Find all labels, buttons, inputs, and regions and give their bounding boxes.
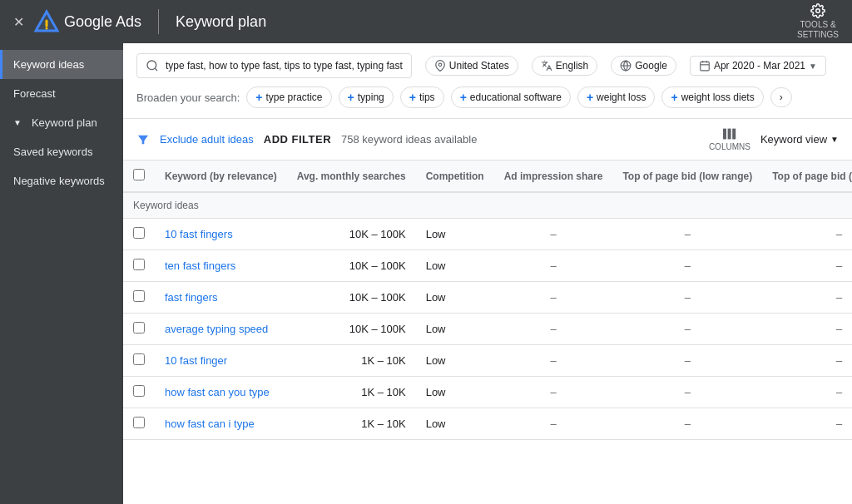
broaden-pill-1-label: typing (358, 91, 384, 103)
svg-rect-15 (723, 129, 726, 140)
broaden-pill-4[interactable]: + weight loss (577, 86, 656, 108)
keyword-link-6[interactable]: how fast can i type (165, 418, 255, 430)
row-checkbox-6[interactable] (133, 417, 145, 428)
sidebar-item-saved-keywords[interactable]: Saved keywords (0, 137, 123, 166)
date-dropdown-icon: ▼ (809, 62, 817, 71)
columns-button[interactable]: COLUMNS (709, 127, 750, 151)
bid-high-cell: – (762, 250, 852, 282)
searches-cell: 10K – 100K (287, 314, 416, 345)
keyword-link-2[interactable]: fast fingers (165, 291, 218, 304)
broaden-more-button[interactable]: › (770, 87, 792, 107)
bid-low-cell: – (612, 345, 762, 377)
select-all-header[interactable] (123, 161, 155, 192)
network-icon (620, 60, 632, 72)
add-filter-button[interactable]: ADD FILTER (264, 133, 331, 146)
sidebar-item-forecast[interactable]: Forecast (0, 79, 123, 108)
bid-high-cell: – (762, 345, 852, 377)
row-checkbox-cell[interactable] (123, 408, 155, 440)
searches-cell: 10K – 100K (287, 282, 416, 314)
ad-share-cell: – (494, 282, 613, 314)
funnel-icon (136, 133, 150, 146)
row-checkbox-cell[interactable] (123, 250, 155, 282)
keyword-view-button[interactable]: Keyword view ▼ (760, 133, 839, 146)
searches-cell: 1K – 10K (287, 408, 416, 440)
sidebar-item-saved-keywords-label: Saved keywords (13, 146, 92, 158)
broaden-pill-2[interactable]: + tips (400, 86, 444, 108)
competition-cell: Low (416, 345, 494, 377)
row-checkbox-cell[interactable] (123, 314, 155, 345)
search-icon (146, 59, 159, 72)
keyword-ideas-section-header: Keyword ideas (123, 192, 852, 219)
language-icon (541, 60, 552, 72)
sidebar-item-keyword-ideas-label: Keyword ideas (13, 58, 84, 71)
keyword-link-3[interactable]: average typing speed (165, 323, 268, 335)
competition-cell: Low (416, 219, 494, 250)
select-all-checkbox[interactable] (133, 169, 145, 180)
keyword-cell: 10 fast fingers (155, 219, 287, 250)
exclude-adult-link[interactable]: Exclude adult ideas (160, 133, 254, 146)
row-checkbox-4[interactable] (133, 353, 145, 365)
row-checkbox-3[interactable] (133, 322, 145, 334)
search-box[interactable]: type fast, how to type fast, tips to typ… (136, 53, 412, 78)
bid-high-cell: – (762, 282, 852, 314)
keyword-cell: how fast can you type (155, 377, 287, 408)
sidebar-item-keyword-plan-label: Keyword plan (32, 116, 97, 129)
broaden-pill-1[interactable]: + typing (339, 86, 394, 108)
search-area: type fast, how to type fast, tips to typ… (123, 43, 852, 119)
tools-settings-button[interactable]: TOOLS &SETTINGS (797, 3, 839, 40)
date-range-picker[interactable]: Apr 2020 - Mar 2021 ▼ (690, 56, 826, 76)
broaden-pill-5[interactable]: + weight loss diets (661, 86, 763, 108)
ad-share-cell: – (494, 377, 613, 408)
row-checkbox-2[interactable] (133, 290, 145, 302)
keyword-link-0[interactable]: 10 fast fingers (165, 228, 233, 240)
keyword-header: Keyword (by relevance) (155, 161, 287, 192)
ad-share-cell: – (494, 314, 613, 345)
location-filter[interactable]: United States (425, 56, 518, 76)
row-checkbox-cell[interactable] (123, 282, 155, 314)
table-row: how fast can i type 1K – 10K Low – – – (123, 408, 852, 440)
bid-low-cell: – (612, 219, 762, 250)
sidebar-item-keyword-ideas[interactable]: Keyword ideas (0, 50, 123, 79)
google-ads-logo-icon (34, 9, 59, 34)
plus-icon-5: + (671, 91, 677, 104)
close-button[interactable]: ✕ (13, 14, 24, 30)
competition-cell: Low (416, 408, 494, 440)
columns-icon (721, 127, 738, 141)
keyword-link-1[interactable]: ten fast fingers (165, 259, 235, 272)
bid-low-cell: – (612, 282, 762, 314)
topbar: ✕ Google Ads Keyword plan TOOLS &SETTING… (0, 0, 852, 43)
bid-low-cell: – (612, 408, 762, 440)
arrow-down-icon: ▼ (13, 118, 22, 127)
language-filter[interactable]: English (532, 56, 597, 76)
broaden-pill-3[interactable]: + educational software (451, 86, 571, 108)
keyword-link-5[interactable]: how fast can you type (165, 386, 270, 398)
sidebar-item-negative-keywords[interactable]: Negative keywords (0, 166, 123, 195)
network-filter[interactable]: Google (611, 56, 676, 76)
table-header-row: Keyword (by relevance) Avg. monthly sear… (123, 161, 852, 192)
row-checkbox-0[interactable] (133, 227, 145, 239)
searches-cell: 1K – 10K (287, 377, 416, 408)
row-checkbox-cell[interactable] (123, 219, 155, 250)
row-checkbox-cell[interactable] (123, 345, 155, 377)
svg-marker-14 (138, 135, 148, 144)
svg-point-4 (816, 9, 820, 13)
location-label: United States (449, 60, 509, 72)
keyword-cell: 10 fast finger (155, 345, 287, 377)
row-checkbox-5[interactable] (133, 385, 145, 397)
sidebar-item-keyword-plan[interactable]: ▼ Keyword plan (0, 108, 123, 137)
row-checkbox-cell[interactable] (123, 377, 155, 408)
svg-point-7 (438, 63, 442, 67)
competition-cell: Low (416, 314, 494, 345)
keyword-view-label: Keyword view (760, 133, 827, 146)
competition-header: Competition (416, 161, 494, 192)
broaden-pill-0[interactable]: + type practice (246, 86, 331, 108)
app-name: Google Ads (64, 13, 141, 31)
row-checkbox-1[interactable] (133, 259, 145, 270)
top-bid-low-header: Top of page bid (low range) (612, 161, 762, 192)
calendar-icon (699, 60, 711, 72)
tools-settings-label: TOOLS &SETTINGS (797, 20, 839, 40)
svg-rect-17 (732, 129, 736, 140)
keyword-link-4[interactable]: 10 fast finger (165, 354, 227, 367)
top-bid-high-header: Top of page bid (high range) (762, 161, 852, 192)
bid-high-cell: – (762, 377, 852, 408)
